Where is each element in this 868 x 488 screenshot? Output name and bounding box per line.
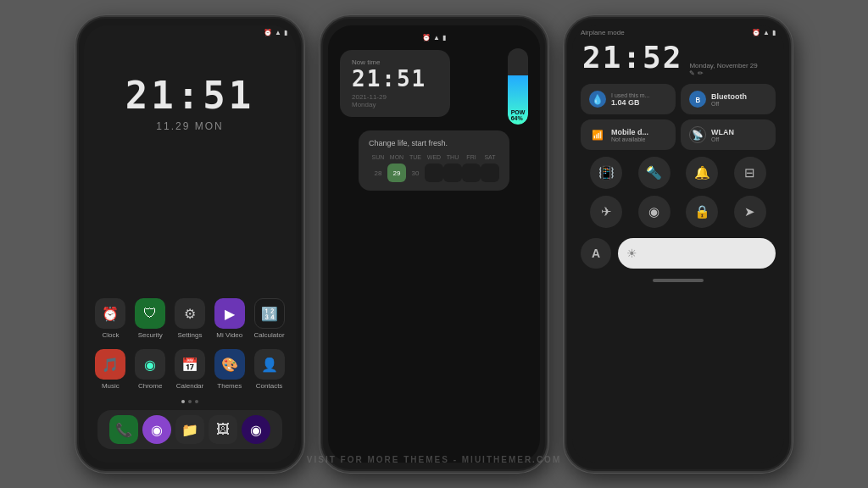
- data-tile-text: I used this m... 1.04 GB: [611, 92, 650, 107]
- ctrl-tile-bluetooth[interactable]: ʙ Bluetooth Off: [681, 84, 776, 114]
- cal-fri: FRI: [462, 154, 481, 160]
- bt-tile-label: Bluetooth: [711, 92, 747, 101]
- phone1-apps: ⏰ Clock 🛡 Security ⚙ Settings ▶ Mi Video…: [84, 290, 296, 463]
- app-calculator[interactable]: 🔢 Calculator: [251, 298, 288, 339]
- btn-alarm[interactable]: 🔔: [686, 157, 718, 189]
- btn-airplane[interactable]: ✈: [590, 196, 622, 228]
- app-clock-icon: ⏰: [95, 298, 125, 329]
- mobile-tile-label: Mobile d...: [611, 128, 648, 136]
- wlan-tile-label: WLAN: [711, 128, 734, 136]
- mobile-tile-icon: 📶: [589, 126, 606, 143]
- ctrl-tile-mobile[interactable]: 📶 Mobile d... Not available: [581, 119, 676, 150]
- brightness-slider[interactable]: ☀: [618, 238, 776, 269]
- cal-date-29[interactable]: 29: [387, 164, 406, 182]
- phone1-status-icons: ⏰ ▲ ▮: [264, 29, 287, 36]
- app-security-icon: 🛡: [135, 298, 165, 329]
- dock-fllo[interactable]: ◉: [142, 415, 171, 444]
- bt-tile-text: Bluetooth Off: [711, 92, 747, 107]
- app-clock[interactable]: ⏰ Clock: [92, 298, 129, 339]
- cal-date-30: 30: [406, 164, 425, 182]
- btn-vibrate[interactable]: 📳: [590, 157, 622, 189]
- app-settings-label: Settings: [178, 331, 203, 339]
- cal-date-empty1: [425, 164, 443, 182]
- btn-flashlight[interactable]: 🔦: [638, 157, 670, 189]
- app-contacts-label: Contacts: [256, 382, 283, 390]
- phone-1: ⏰ ▲ ▮ 21:51 11.29 MON ⏰ Clock 🛡 Security…: [75, 15, 304, 473]
- app-calendar-icon: 📅: [175, 349, 205, 380]
- phone1-dock: 📞 ◉ 📁 🖼 ◉: [97, 410, 282, 449]
- app-music[interactable]: 🎵 Music: [92, 349, 129, 390]
- phone3-status-icons: ⏰ ▲ ▮: [752, 29, 776, 36]
- app-music-icon: 🎵: [95, 349, 125, 380]
- phone2-time-widget: Now time 21:51 2021-11-29 Monday: [340, 50, 450, 117]
- mobile-tile-text: Mobile d... Not available: [611, 128, 648, 142]
- alarm-icon: ⏰: [264, 29, 272, 36]
- cal-tue: TUE: [406, 154, 425, 160]
- app-security[interactable]: 🛡 Security: [131, 298, 169, 339]
- dock-phone[interactable]: 📞: [109, 415, 138, 444]
- phone2-date: 2021-11-29: [352, 93, 438, 101]
- app-calculator-label: Calculator: [254, 331, 285, 339]
- phone2-signal-icon: ▲: [433, 34, 440, 42]
- phone1-date: 11.29 MON: [84, 120, 296, 132]
- app-contacts-icon: 👤: [254, 349, 285, 380]
- phone-3: Airplane mode ⏰ ▲ ▮ 21:52 Monday, Novemb…: [564, 15, 793, 473]
- phone3-clock: 21:52: [582, 40, 682, 75]
- phone3-alarm-icon: ⏰: [752, 29, 760, 36]
- page-dots: [91, 400, 289, 403]
- phone2-power-label: POW64%: [511, 109, 526, 121]
- data-tile-sublabel: I used this m...: [611, 92, 650, 98]
- bt-tile-sub: Off: [711, 101, 747, 107]
- phone2-screen: ⏰ ▲ ▮ Now time 21:51 2021-11-29 Monday P…: [328, 25, 540, 463]
- cal-sat: SAT: [481, 154, 499, 160]
- app-themes[interactable]: 🎨 Themes: [211, 349, 248, 390]
- btn-lock[interactable]: 🔒: [686, 196, 718, 228]
- phone3-control-grid: 💧 I used this m... 1.04 GB ʙ Bluetooth O…: [572, 77, 784, 153]
- brightness-sun-icon: ☀: [626, 247, 637, 260]
- dot-3: [195, 400, 198, 403]
- mobile-tile-sub: Not available: [611, 136, 648, 142]
- app-music-label: Music: [102, 382, 120, 390]
- phone2-day: Monday: [352, 101, 438, 108]
- app-mivideo-icon: ▶: [214, 298, 245, 329]
- ctrl-tile-data[interactable]: 💧 I used this m... 1.04 GB: [581, 84, 676, 114]
- app-clock-label: Clock: [102, 331, 119, 339]
- app-security-label: Security: [138, 331, 163, 339]
- auto-brightness-btn[interactable]: A: [581, 238, 611, 269]
- app-calendar[interactable]: 📅 Calendar: [171, 349, 209, 390]
- app-contacts[interactable]: 👤 Contacts: [251, 349, 288, 390]
- dock-files[interactable]: 📁: [175, 415, 204, 444]
- dot-2: [188, 400, 192, 403]
- phone2-widgets-area: Now time 21:51 2021-11-29 Monday POW64%: [328, 45, 540, 117]
- dock-gallery[interactable]: 🖼: [209, 415, 237, 444]
- phone1-app-row-2: 🎵 Music ◉ Chrome 📅 Calendar 🎨 Themes 👤: [91, 349, 289, 390]
- btn-brightness[interactable]: ◉: [638, 196, 670, 228]
- phone3-signal-icon: ▲: [763, 29, 770, 36]
- app-themes-icon: 🎨: [214, 349, 245, 380]
- data-tile-value: 1.04 GB: [611, 98, 650, 107]
- dot-1: [181, 400, 185, 403]
- phone3-edit-icons: ✎ ✏: [689, 69, 757, 77]
- wlan-tile-sub: Off: [711, 136, 734, 142]
- cal-mon: MON: [387, 154, 406, 160]
- btn-cast[interactable]: ⊟: [734, 157, 766, 189]
- phone-2: ⏰ ▲ ▮ Now time 21:51 2021-11-29 Monday P…: [320, 15, 548, 473]
- cal-date-empty3: [462, 164, 481, 182]
- dock-browser[interactable]: ◉: [242, 415, 270, 444]
- app-chrome[interactable]: ◉ Chrome: [131, 349, 169, 390]
- app-mivideo[interactable]: ▶ Mi Video: [211, 298, 248, 339]
- phone2-quote: Change life, start fresh.: [369, 139, 499, 147]
- power-fill: POW64%: [508, 75, 528, 125]
- phone3-screen: Airplane mode ⏰ ▲ ▮ 21:52 Monday, Novemb…: [572, 25, 784, 463]
- home-indicator[interactable]: [653, 279, 704, 282]
- app-settings[interactable]: ⚙ Settings: [171, 298, 209, 339]
- phone2-time: 21:51: [352, 66, 438, 92]
- app-settings-icon: ⚙: [175, 298, 205, 329]
- phone1-screen: ⏰ ▲ ▮ 21:51 11.29 MON ⏰ Clock 🛡 Security…: [84, 25, 296, 463]
- signal-icon: ▲: [275, 29, 281, 36]
- ctrl-tile-wlan[interactable]: 📡 WLAN Off: [681, 119, 776, 150]
- btn-location[interactable]: ➤: [734, 196, 766, 228]
- phone2-calendar-card: Change life, start fresh. SUN MON TUE WE…: [359, 130, 509, 191]
- phone2-status-icons: ⏰ ▲ ▮: [422, 34, 446, 42]
- cal-wed: WED: [425, 154, 443, 160]
